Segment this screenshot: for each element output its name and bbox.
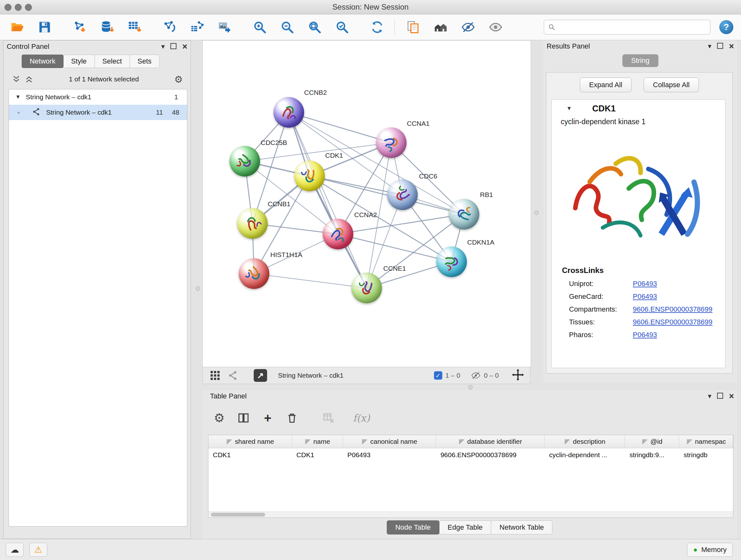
crosslink-value-genecard[interactable]: P06493 (633, 293, 657, 301)
delete-column-trash-icon[interactable] (283, 409, 300, 427)
hidden-counts: 0 – 0 (484, 372, 499, 379)
network-edges (203, 41, 531, 367)
tab-network[interactable]: Network (22, 55, 64, 68)
panel-close-icon[interactable]: × (729, 393, 734, 400)
panel-close-icon[interactable]: × (729, 43, 734, 50)
search-input[interactable] (556, 23, 706, 31)
tab-edge-table[interactable]: Edge Table (439, 520, 491, 535)
expand-all-button[interactable]: Expand All (580, 78, 631, 92)
zoom-selected-icon[interactable] (333, 18, 351, 36)
panel-float-icon[interactable] (717, 393, 723, 400)
expand-all-chevrons-icon[interactable] (12, 75, 21, 84)
tab-network-table[interactable]: Network Table (491, 520, 552, 535)
horizontal-splitter-handle[interactable] (468, 385, 473, 389)
crosslink-value-compartments[interactable]: 9606.ENSP00000378699 (633, 305, 713, 314)
network-node-CCNB1[interactable] (237, 208, 268, 239)
show-columns-icon[interactable] (235, 409, 252, 427)
network-node-CDKN1A[interactable] (436, 246, 467, 277)
open-in-new-window-icon[interactable]: ↗ (254, 369, 267, 382)
network-node-CCNA1[interactable] (376, 127, 407, 158)
zoom-out-icon[interactable] (278, 18, 296, 36)
network-edge-count: 48 (172, 109, 179, 116)
network-overview-icon[interactable] (432, 18, 450, 36)
network-node-CCNB2[interactable] (273, 97, 304, 128)
crosslink-value-uniprot[interactable]: P06493 (633, 280, 657, 288)
selected-checkbox-icon: ✓ (434, 371, 442, 380)
export-image-icon[interactable] (216, 18, 233, 36)
tab-select[interactable]: Select (94, 55, 130, 68)
column-header-canonical-name[interactable]: canonical name (343, 435, 436, 448)
minimize-window-button[interactable] (15, 4, 22, 11)
collapse-all-chevrons-icon[interactable] (24, 75, 33, 84)
network-canvas[interactable]: CCNB2 CCNA1 CDC25B CDK1 CDC6 RB1 CCNB1 C… (202, 40, 531, 367)
column-header-id[interactable]: @id (625, 435, 679, 448)
show-all-eye-icon[interactable] (487, 18, 504, 36)
import-table-file-icon[interactable] (126, 18, 144, 36)
right-splitter-handle[interactable] (534, 210, 539, 215)
network-node-label-CCNB2: CCNB2 (304, 89, 327, 97)
close-window-button[interactable] (4, 4, 11, 11)
tree-expand-icon[interactable]: ▼ (15, 94, 21, 100)
panel-menu-icon[interactable]: ▾ (161, 43, 165, 50)
network-node-CCNA2[interactable] (323, 219, 353, 249)
network-node-CDC25B[interactable] (229, 146, 260, 177)
save-session-icon[interactable] (36, 18, 54, 36)
warning-icon[interactable]: ⚠ (29, 543, 47, 557)
global-search-box[interactable] (544, 20, 711, 35)
network-from-table-icon[interactable] (188, 18, 206, 36)
panel-float-icon[interactable] (171, 43, 177, 51)
tab-sets[interactable]: Sets (130, 55, 159, 68)
memory-button[interactable]: ● Memory (687, 543, 733, 557)
column-header-database-identifier[interactable]: database identifier (436, 435, 545, 448)
share-network-icon[interactable] (227, 370, 239, 381)
column-header-namespac[interactable]: namespac (679, 435, 733, 448)
panel-menu-icon[interactable]: ▾ (708, 43, 711, 50)
column-header-name[interactable]: name (292, 435, 343, 448)
tab-string[interactable]: String (622, 54, 658, 67)
left-splitter-handle[interactable] (196, 287, 200, 291)
zoom-fit-icon[interactable] (306, 18, 324, 36)
network-node-CDC6[interactable] (387, 179, 418, 210)
collapse-section-icon[interactable]: ▼ (566, 105, 572, 112)
import-network-file-icon[interactable] (71, 18, 89, 36)
panel-close-icon[interactable]: × (182, 43, 187, 50)
crosslink-value-pharos[interactable]: P06493 (633, 331, 657, 339)
column-header-description[interactable]: description (545, 435, 625, 448)
network-row-selected[interactable]: ● String Network – cdk1 11 48 (9, 105, 187, 120)
network-node-CCNE1[interactable] (351, 273, 382, 303)
table-cell-description: cyclin-dependent ... (545, 448, 625, 462)
network-node-RB1[interactable] (449, 199, 479, 230)
scrollbar-thumb[interactable] (211, 513, 265, 516)
help-icon[interactable]: ? (719, 20, 733, 34)
crosslink-value-tissues[interactable]: 9606.ENSP00000378699 (633, 318, 713, 326)
network-node-HIST1H1A[interactable] (239, 258, 269, 289)
search-icon (548, 23, 556, 31)
table-settings-gear-icon[interactable]: ⚙ (211, 409, 228, 427)
collapse-all-button[interactable]: Collapse All (644, 78, 699, 92)
crosslink-label-genecard: GeneCard: (569, 293, 633, 301)
table-horizontal-scrollbar[interactable] (208, 511, 733, 517)
delete-table-icon-disabled (320, 409, 337, 427)
cloud-icon[interactable]: ☁ (6, 543, 23, 557)
create-column-icon[interactable]: + (259, 409, 276, 427)
hide-selected-eye-icon[interactable] (459, 18, 477, 36)
network-options-gear-icon[interactable]: ⚙ (174, 74, 183, 85)
column-header-shared-name[interactable]: shared name (208, 435, 292, 448)
tab-node-table[interactable]: Node Table (387, 520, 440, 535)
protein-structure-thumbnail (238, 209, 267, 238)
network-collection-row[interactable]: ▼ String Network – cdk1 1 (9, 89, 187, 105)
document-copy-icon[interactable] (404, 18, 422, 36)
tab-style[interactable]: Style (63, 55, 95, 68)
panel-float-icon[interactable] (717, 43, 723, 50)
zoom-window-button[interactable] (25, 4, 32, 11)
first-neighbors-icon[interactable] (161, 18, 179, 36)
table-row[interactable]: CDK1CDK1P064939606.ENSP00000378699cyclin… (208, 448, 733, 462)
open-session-icon[interactable] (8, 18, 26, 36)
panel-menu-icon[interactable]: ▾ (708, 393, 711, 400)
network-node-CDK1[interactable] (294, 161, 325, 191)
pan-crosshair-icon[interactable] (512, 368, 524, 382)
zoom-in-icon[interactable] (251, 18, 269, 36)
grid-view-icon[interactable] (210, 370, 220, 381)
refresh-icon[interactable] (368, 18, 386, 36)
import-network-database-icon[interactable] (98, 18, 116, 36)
